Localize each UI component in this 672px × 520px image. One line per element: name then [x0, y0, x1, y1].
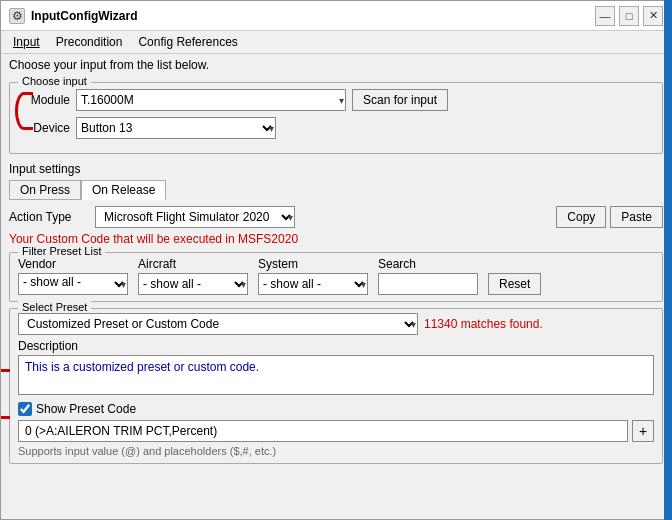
- filter-preset-label: Filter Preset List: [18, 245, 105, 257]
- aircraft-label: Aircraft: [138, 257, 248, 271]
- minimize-button[interactable]: —: [595, 6, 615, 26]
- menu-bar: Input Precondition Config References: [1, 31, 671, 54]
- input-settings-label: Input settings: [9, 162, 663, 176]
- custom-code-text: Your Custom Code that will be executed i…: [9, 232, 663, 246]
- show-preset-row: Show Preset Code: [18, 402, 654, 416]
- app-icon: ⚙: [9, 8, 25, 24]
- input-settings-section: Input settings On Press On Release Actio…: [9, 162, 663, 246]
- search-label: Search: [378, 257, 478, 271]
- vendor-select[interactable]: - show all -: [18, 273, 128, 295]
- code-input[interactable]: [18, 420, 628, 442]
- choose-input-label: Choose input: [18, 76, 91, 87]
- action-combo-wrapper: Microsoft Flight Simulator 2020 ▾: [95, 206, 295, 228]
- show-preset-checkbox[interactable]: [18, 402, 32, 416]
- copy-button[interactable]: Copy: [556, 206, 606, 228]
- search-col: Search: [378, 257, 478, 295]
- show-preset-label: Show Preset Code: [36, 402, 136, 416]
- supports-text: Supports input value (@) and placeholder…: [18, 445, 654, 457]
- maximize-button[interactable]: □: [619, 6, 639, 26]
- plus-button[interactable]: +: [632, 420, 654, 442]
- code-row: +: [18, 420, 654, 442]
- module-row: Module T.16000M ▾ Scan for input: [20, 89, 652, 111]
- vendor-label: Vendor: [18, 257, 128, 271]
- search-input[interactable]: [378, 273, 478, 295]
- select-preset-group: Select Preset Customized Preset or Custo…: [9, 308, 663, 464]
- scan-button[interactable]: Scan for input: [352, 89, 448, 111]
- device-label: Device: [20, 121, 70, 135]
- filter-preset-group: Filter Preset List Vendor - show all - ▾…: [9, 252, 663, 302]
- description-label: Description: [18, 339, 654, 353]
- close-button[interactable]: ✕: [643, 6, 663, 26]
- module-select[interactable]: T.16000M: [76, 89, 346, 111]
- description-textarea[interactable]: This is a customized preset or custom co…: [18, 355, 654, 395]
- vendor-col: Vendor - show all - ▾: [18, 257, 128, 295]
- device-select[interactable]: Button 13: [76, 117, 276, 139]
- menu-precondition[interactable]: Precondition: [48, 33, 131, 51]
- content-area: Choose input Module T.16000M ▾ Scan for …: [1, 76, 671, 519]
- page-subtitle: Choose your input from the list below.: [1, 54, 671, 76]
- device-row: Device Button 13 ▾: [20, 117, 652, 139]
- menu-input[interactable]: Input: [5, 33, 48, 51]
- vendor-combo-wrapper: - show all - ▾: [18, 273, 128, 295]
- system-select[interactable]: - show all -: [258, 273, 368, 295]
- module-combo-wrapper: T.16000M ▾: [76, 89, 346, 111]
- menu-config-references[interactable]: Config References: [130, 33, 245, 51]
- action-row: Action Type Microsoft Flight Simulator 2…: [9, 206, 663, 228]
- preset-combo-wrapper: Customized Preset or Custom Code ▾: [18, 313, 418, 335]
- window-title: InputConfigWizard: [31, 9, 595, 23]
- tab-row: On Press On Release: [9, 180, 663, 200]
- system-col: System - show all - ▾: [258, 257, 368, 295]
- system-combo-wrapper: - show all - ▾: [258, 273, 368, 295]
- paste-button[interactable]: Paste: [610, 206, 663, 228]
- red-arc-2: [1, 369, 10, 419]
- aircraft-select[interactable]: - show all -: [138, 273, 248, 295]
- reset-button[interactable]: Reset: [488, 273, 541, 295]
- tab-on-press[interactable]: On Press: [9, 180, 81, 200]
- system-label: System: [258, 257, 368, 271]
- choose-input-group: Choose input Module T.16000M ▾ Scan for …: [9, 82, 663, 154]
- preset-select[interactable]: Customized Preset or Custom Code: [18, 313, 418, 335]
- title-bar: ⚙ InputConfigWizard — □ ✕: [1, 1, 671, 31]
- main-window: ⚙ InputConfigWizard — □ ✕ Input Precondi…: [0, 0, 672, 520]
- action-type-select[interactable]: Microsoft Flight Simulator 2020: [95, 206, 295, 228]
- select-preset-label: Select Preset: [18, 301, 91, 313]
- tab-on-release[interactable]: On Release: [81, 180, 166, 200]
- window-controls: — □ ✕: [595, 6, 663, 26]
- filter-row: Vendor - show all - ▾ Aircraft - show al…: [18, 257, 654, 295]
- matches-text: 11340 matches found.: [424, 317, 543, 331]
- action-type-label: Action Type: [9, 210, 89, 224]
- aircraft-combo-wrapper: - show all - ▾: [138, 273, 248, 295]
- scrollbar[interactable]: [664, 0, 672, 520]
- preset-combo-row: Customized Preset or Custom Code ▾ 11340…: [18, 313, 654, 335]
- aircraft-col: Aircraft - show all - ▾: [138, 257, 248, 295]
- module-label: Module: [20, 93, 70, 107]
- device-combo-wrapper: Button 13 ▾: [76, 117, 276, 139]
